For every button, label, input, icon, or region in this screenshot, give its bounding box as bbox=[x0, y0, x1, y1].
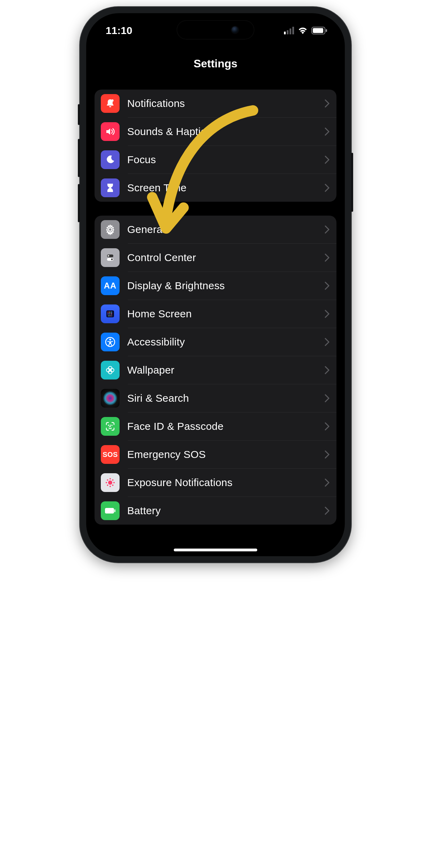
front-camera bbox=[231, 26, 238, 33]
chevron-right-icon bbox=[325, 394, 330, 402]
row-sounds-haptics[interactable]: Sounds & Haptics bbox=[95, 118, 336, 145]
nav-header: Settings bbox=[86, 48, 345, 79]
row-home-screen[interactable]: Home Screen bbox=[95, 300, 336, 328]
svg-point-10 bbox=[107, 311, 108, 312]
row-wallpaper[interactable]: Wallpaper bbox=[95, 356, 336, 384]
status-time: 11:10 bbox=[106, 25, 132, 36]
screen: 11:10 Settings bbox=[86, 13, 345, 556]
status-indicators bbox=[284, 27, 327, 34]
home-indicator[interactable] bbox=[174, 549, 257, 551]
svg-point-12 bbox=[111, 311, 112, 312]
row-label: Home Screen bbox=[127, 308, 317, 320]
svg-point-15 bbox=[111, 313, 112, 314]
battery-settings-icon bbox=[101, 501, 120, 520]
row-label: Accessibility bbox=[127, 336, 317, 348]
svg-rect-39 bbox=[114, 509, 115, 512]
row-display-brightness[interactable]: AA Display & Brightness bbox=[95, 272, 336, 300]
sos-icon: SOS bbox=[101, 445, 120, 464]
cellular-signal-icon bbox=[284, 27, 294, 34]
row-label: General bbox=[127, 224, 317, 235]
row-general[interactable]: General bbox=[95, 216, 336, 243]
svg-rect-38 bbox=[105, 508, 114, 514]
row-label: Control Center bbox=[127, 252, 317, 264]
chevron-right-icon bbox=[325, 478, 330, 487]
row-label: Exposure Notifications bbox=[127, 477, 317, 489]
page-title: Settings bbox=[194, 57, 237, 70]
sounds-icon bbox=[101, 122, 120, 141]
svg-point-33 bbox=[113, 482, 115, 483]
svg-point-29 bbox=[108, 481, 112, 485]
svg-point-32 bbox=[106, 482, 107, 483]
side-button bbox=[351, 153, 353, 212]
row-face-id-passcode[interactable]: Face ID & Passcode bbox=[95, 412, 336, 440]
row-label: Face ID & Passcode bbox=[127, 420, 317, 432]
face-id-icon bbox=[101, 417, 120, 436]
svg-point-14 bbox=[109, 313, 110, 314]
control-center-icon bbox=[101, 248, 120, 267]
home-screen-icon bbox=[101, 304, 120, 323]
svg-point-30 bbox=[109, 478, 111, 479]
volume-up-button bbox=[78, 139, 80, 177]
row-label: Battery bbox=[127, 505, 317, 517]
svg-rect-2 bbox=[326, 29, 327, 32]
sos-text: SOS bbox=[103, 451, 118, 459]
svg-point-35 bbox=[112, 479, 114, 481]
phone-frame: 11:10 Settings bbox=[80, 7, 351, 562]
settings-group-general: General Control Center AA Display bbox=[95, 216, 336, 525]
row-screen-time[interactable]: Screen Time bbox=[95, 174, 336, 202]
row-exposure-notifications[interactable]: Exposure Notifications bbox=[95, 469, 336, 496]
row-label: Display & Brightness bbox=[127, 280, 317, 292]
general-icon bbox=[101, 220, 120, 239]
exposure-notifications-icon bbox=[101, 473, 120, 492]
svg-point-36 bbox=[107, 485, 108, 486]
display-brightness-icon: AA bbox=[101, 276, 120, 295]
svg-point-3 bbox=[111, 99, 113, 101]
row-label: Wallpaper bbox=[127, 364, 317, 376]
settings-group-alerts: Notifications Sounds & Haptics F bbox=[95, 90, 336, 202]
notifications-icon bbox=[101, 94, 120, 113]
volume-down-button bbox=[78, 184, 80, 222]
row-siri-search[interactable]: Siri & Search bbox=[95, 384, 336, 412]
row-battery[interactable]: Battery bbox=[95, 497, 336, 525]
battery-icon bbox=[311, 27, 327, 34]
chevron-right-icon bbox=[325, 127, 330, 136]
svg-point-31 bbox=[109, 486, 111, 487]
chevron-right-icon bbox=[325, 253, 330, 262]
svg-point-13 bbox=[107, 313, 108, 314]
svg-point-18 bbox=[109, 316, 110, 316]
row-label: Siri & Search bbox=[127, 392, 317, 404]
accessibility-icon bbox=[101, 333, 120, 351]
row-notifications[interactable]: Notifications bbox=[95, 90, 336, 117]
row-label: Notifications bbox=[127, 98, 317, 109]
chevron-right-icon bbox=[325, 310, 330, 318]
svg-point-19 bbox=[111, 316, 112, 316]
chevron-right-icon bbox=[325, 422, 330, 431]
siri-icon bbox=[101, 389, 120, 408]
chevron-right-icon bbox=[325, 507, 330, 515]
svg-point-28 bbox=[103, 391, 117, 405]
svg-point-8 bbox=[111, 259, 113, 260]
svg-rect-1 bbox=[313, 28, 323, 33]
row-label: Emergency SOS bbox=[127, 449, 317, 460]
focus-icon bbox=[101, 150, 120, 169]
chevron-right-icon bbox=[325, 338, 330, 346]
row-accessibility[interactable]: Accessibility bbox=[95, 328, 336, 356]
chevron-right-icon bbox=[325, 156, 330, 164]
row-focus[interactable]: Focus bbox=[95, 146, 336, 174]
row-label: Screen Time bbox=[127, 182, 317, 194]
svg-point-4 bbox=[108, 228, 112, 231]
svg-point-34 bbox=[107, 479, 108, 481]
row-control-center[interactable]: Control Center bbox=[95, 244, 336, 272]
svg-point-6 bbox=[108, 255, 109, 257]
chevron-right-icon bbox=[325, 366, 330, 374]
wallpaper-icon bbox=[101, 361, 120, 379]
svg-point-37 bbox=[112, 485, 114, 486]
settings-content: Notifications Sounds & Haptics F bbox=[86, 90, 345, 525]
chevron-right-icon bbox=[325, 225, 330, 234]
svg-point-21 bbox=[109, 339, 111, 340]
svg-point-11 bbox=[109, 311, 110, 312]
svg-point-17 bbox=[108, 316, 109, 316]
row-emergency-sos[interactable]: SOS Emergency SOS bbox=[95, 441, 336, 468]
chevron-right-icon bbox=[325, 450, 330, 459]
mute-switch bbox=[78, 104, 80, 125]
